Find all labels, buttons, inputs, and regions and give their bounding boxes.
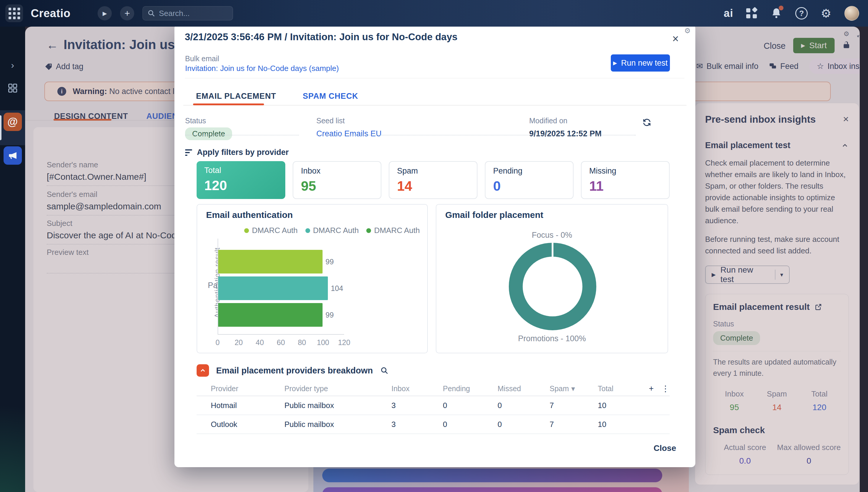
tab-spam-check[interactable]: SPAM CHECK [303, 92, 358, 101]
gmail-folder-placement-chart: Gmail folder placement Focus - 0% Promot… [436, 204, 668, 353]
expand-sidebar-button[interactable]: › [0, 60, 25, 71]
summary-cards: Total120Inbox95Spam14Pending0Missing11 [197, 161, 670, 199]
settings-button[interactable]: ⚙ [821, 7, 831, 19]
card-value: 14 [397, 178, 469, 194]
card-value: 0 [493, 178, 565, 194]
copilot-button[interactable]: ai [724, 7, 733, 20]
table-row[interactable]: OutlookPublic mailbox300710 [197, 415, 670, 434]
megaphone-icon [3, 146, 22, 165]
seed-list-link[interactable]: Creatio Emails EU [316, 129, 382, 139]
table-cell: 0 [443, 420, 498, 429]
user-avatar[interactable] [844, 6, 859, 21]
email-app-icon: @ [3, 113, 22, 131]
marketing-app-button[interactable] [0, 146, 25, 165]
bar [218, 276, 328, 300]
x-tick-label: 60 [277, 338, 285, 347]
bar-value-label: 99 [325, 257, 334, 266]
summary-card-total[interactable]: Total120 [197, 161, 285, 199]
card-value: 120 [204, 177, 278, 193]
bar-row: 99 [218, 303, 372, 327]
add-new-button[interactable]: + [120, 6, 134, 20]
legend-dot-icon [244, 228, 249, 233]
sort-caret-icon: ▾ [571, 385, 575, 393]
column-header-provider[interactable]: Provider [197, 385, 284, 393]
x-tick-label: 0 [216, 338, 220, 347]
refresh-icon[interactable] [642, 118, 651, 127]
table-cell: 3 [391, 401, 443, 410]
run-new-test-button[interactable]: ▶ Run new test [611, 54, 670, 72]
summary-card-missing[interactable]: Missing11 [581, 161, 670, 199]
providers-table: ProviderProvider typeInboxPendingMissedS… [197, 382, 670, 434]
apply-filters-button[interactable]: Apply filters by provider [185, 148, 289, 157]
chart-legend: DMARC AuthDMARC AuthDMARC Auth [244, 226, 420, 235]
bar [218, 303, 323, 327]
creatio-logo: Creatio [31, 7, 70, 20]
modal-close-button[interactable]: Close [654, 443, 676, 453]
modified-on-column: Modified on 9/19/2025 12:52 PM [529, 117, 636, 139]
chart-title: Gmail folder placement [445, 210, 543, 220]
modal-settings-icon[interactable]: ⚙ [684, 27, 691, 35]
column-header-missed[interactable]: Missed [498, 385, 550, 393]
chart-title: Email authentication [206, 210, 293, 220]
card-label: Total [204, 166, 278, 175]
table-cell: 7 [550, 420, 598, 429]
bar-plot: 9910499 [218, 239, 344, 335]
legend-item[interactable]: DMARC Auth [366, 226, 420, 235]
waffle-icon [8, 8, 20, 19]
global-search[interactable] [143, 6, 233, 20]
summary-card-spam[interactable]: Spam14 [389, 161, 477, 199]
legend-item[interactable]: DMARC Auth [244, 226, 298, 235]
card-label: Spam [397, 167, 469, 176]
summary-card-inbox[interactable]: Inbox95 [293, 161, 381, 199]
table-cell: Public mailbox [284, 420, 391, 429]
modified-on-value: 9/19/2025 12:52 PM [529, 129, 602, 139]
tab-email-placement[interactable]: EMAIL PLACEMENT [196, 92, 276, 101]
bar-row: 99 [218, 250, 372, 273]
collapse-section-button[interactable] [197, 364, 209, 377]
bar-value-label: 99 [325, 311, 334, 319]
notifications-button[interactable] [770, 7, 782, 19]
card-value: 11 [589, 178, 661, 194]
table-cell: 0 [498, 420, 550, 429]
run-process-button[interactable]: ▶ [98, 6, 112, 20]
column-header-provider-type[interactable]: Provider type [284, 385, 391, 393]
help-button[interactable]: ? [795, 7, 808, 20]
x-tick-label: 120 [338, 338, 350, 347]
legend-dot-icon [305, 228, 310, 233]
table-cell: Hotmail [197, 401, 284, 410]
top-bar: Creatio ▶ + ai ? ⚙ [0, 0, 868, 27]
table-cell: 10 [598, 401, 643, 410]
column-header-inbox[interactable]: Inbox [391, 385, 443, 393]
table-cell: 0 [443, 401, 498, 410]
add-column-icon[interactable]: + [649, 384, 654, 393]
play-icon: ▶ [613, 60, 617, 66]
email-placement-modal: ⚙ × 3/21/2025 3:56:46 PM / Invitation: J… [174, 24, 695, 467]
app-launcher-button[interactable] [5, 4, 23, 22]
donut-label-focus: Focus - 0% [437, 230, 668, 240]
bar-value-label: 104 [331, 284, 343, 293]
donut-label-promotions: Promotions - 100% [437, 334, 668, 343]
apps-button[interactable] [746, 8, 758, 19]
bar-row: 104 [218, 276, 372, 300]
table-menu-icon[interactable]: ⋮ [661, 384, 670, 394]
column-header-pending[interactable]: Pending [443, 385, 498, 393]
column-header-spam[interactable]: Spam▾ [550, 385, 598, 393]
card-label: Pending [493, 167, 565, 176]
apps-icon [746, 8, 758, 19]
filter-icon [185, 149, 192, 156]
table-row[interactable]: HotmailPublic mailbox300710 [197, 396, 670, 415]
card-value: 95 [301, 178, 373, 194]
card-label: Inbox [301, 167, 373, 176]
legend-item[interactable]: DMARC Auth [305, 226, 359, 235]
bulk-email-link[interactable]: Invitation: Join us for No-Code days (sa… [185, 64, 339, 73]
table-cell: Public mailbox [284, 401, 391, 410]
search-icon[interactable] [380, 366, 389, 375]
column-header-total[interactable]: Total [598, 385, 643, 393]
search-input[interactable] [159, 9, 224, 18]
email-app-button[interactable]: @ [0, 113, 25, 131]
search-icon [148, 9, 155, 17]
workspaces-button[interactable] [0, 83, 25, 93]
notification-badge [779, 6, 784, 10]
modal-close-icon[interactable]: × [672, 33, 679, 44]
summary-card-pending[interactable]: Pending0 [485, 161, 574, 199]
